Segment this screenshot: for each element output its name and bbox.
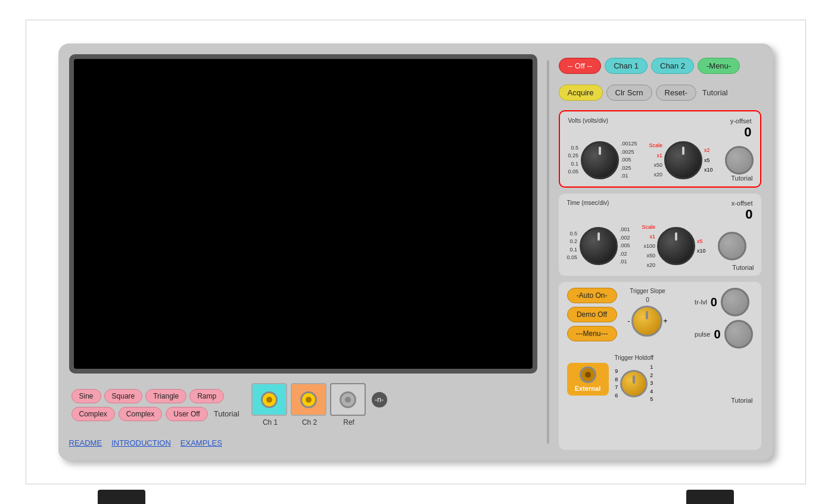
ch2-circle — [300, 391, 317, 408]
ch1-circle — [261, 391, 278, 408]
x-offset-knob[interactable] — [718, 232, 746, 260]
chan1-button[interactable]: Chan 1 — [605, 58, 648, 74]
ref-circle-inner — [345, 397, 351, 403]
volt-mid-labels: .00125 .0025 .005 .025 .01 — [621, 140, 637, 181]
trigger-slope-value: 0 — [646, 297, 649, 303]
time-knob-row: 0.5 0.2 0.1 0.05 .001 .002 .005 .02 — [567, 222, 753, 270]
triangle-button[interactable]: Triangle — [145, 389, 186, 403]
scale-knob-volts[interactable] — [664, 141, 702, 179]
volts-knob[interactable] — [581, 141, 619, 179]
nav-links: README INTRODUCTION EXAMPLES — [69, 436, 537, 450]
time-labels: 0.5 0.2 0.1 0.05 — [567, 230, 578, 262]
external-circle-inner — [585, 372, 591, 378]
auto-on-button[interactable]: -Auto On- — [567, 288, 617, 303]
complex1-button[interactable]: Complex — [71, 407, 115, 421]
ch2-connector[interactable] — [291, 383, 326, 416]
trlvl-label: tr-lvl — [695, 298, 707, 306]
second-buttons-row: Acquire Clr Scrn Reset- Tutorial — [559, 83, 761, 104]
ch2-circle-inner — [306, 397, 312, 403]
time-mid-labels: .001 .002 .005 .02 .01 — [620, 226, 630, 266]
readme-link[interactable]: README — [69, 438, 102, 447]
external-label: External — [575, 385, 600, 392]
external-circle — [580, 366, 596, 383]
ch1-connector[interactable] — [251, 383, 287, 416]
time-scale-right-labels: x5 x10 — [697, 237, 706, 256]
volts-title: Volts (volts/div) — [568, 117, 608, 124]
time-title: Time (msec/div) — [567, 200, 609, 206]
y-offset-label: y-offset — [730, 117, 752, 125]
foot-right — [686, 490, 734, 504]
scale-knob-time-marker — [675, 232, 677, 241]
chan2-button[interactable]: Chan 2 — [651, 58, 694, 74]
oscilloscope-body: Sine Square Triangle Ramp Complex Comple… — [58, 43, 773, 461]
ch1-circle-inner — [266, 397, 272, 403]
time-knob[interactable] — [580, 227, 618, 265]
holdoff-knob-marker — [633, 375, 635, 384]
trlvl-knob[interactable] — [721, 288, 749, 316]
pulse-knob[interactable] — [724, 320, 753, 349]
right-panel: -- Off -- Chan 1 Chan 2 -Menu- Acquire C… — [559, 54, 761, 450]
screen-container — [69, 54, 537, 374]
pulse-value: 0 — [714, 328, 720, 341]
outer-border: Sine Square Triangle Ramp Complex Comple… — [26, 20, 806, 484]
trigger-section: -Auto On- Demo Off ---Menu--- Trigger Sl… — [559, 282, 761, 450]
holdoff-title: Trigger Holdoff — [615, 354, 654, 361]
holdoff-right-labels: 1 2 3 4 5 — [650, 363, 653, 404]
scale-knob-time[interactable] — [657, 227, 695, 265]
ref-connector[interactable] — [330, 383, 366, 416]
oscilloscope-feet — [26, 490, 805, 504]
trigger-tutorial: Tutorial — [731, 397, 752, 404]
volt-labels: 0.5 0.25 0.1 0.05 — [568, 144, 579, 176]
oscilloscope-screen — [74, 59, 533, 369]
scale-right-labels: x2 x5 x10 — [704, 145, 713, 175]
holdoff-left-labels: 9 8 7 6 — [615, 368, 618, 400]
reset-button[interactable]: Reset- — [656, 85, 696, 101]
sine-button[interactable]: Sine — [71, 389, 101, 403]
time-tutorial: Tutorial — [732, 264, 754, 271]
bottom-controls: Sine Square Triangle Ramp Complex Comple… — [69, 379, 537, 430]
off-button[interactable]: -- Off -- — [559, 58, 602, 74]
trigger-slope-knob[interactable] — [631, 306, 662, 337]
time-section: Time (msec/div) x-offset 0 0.5 0.2 0.1 0… — [559, 194, 761, 276]
trigger-row: -Auto On- Demo Off ---Menu--- Trigger Sl… — [567, 288, 753, 349]
x-offset-knob-wrapper — [718, 232, 746, 260]
ramp-button[interactable]: Ramp — [189, 389, 224, 403]
acquire-button[interactable]: Acquire — [559, 85, 603, 101]
ch2-label: Ch 2 — [292, 418, 328, 427]
slope-plus: + — [664, 317, 668, 325]
signal-buttons-top: Sine Square Triangle Ramp — [71, 389, 238, 403]
ch1-label: Ch 1 — [253, 418, 288, 427]
demo-off-button[interactable]: Demo Off — [567, 307, 617, 322]
complex2-button[interactable]: Complex — [119, 407, 162, 421]
x-offset-label: x-offset — [732, 200, 753, 207]
examples-link[interactable]: EXAMPLES — [180, 438, 222, 447]
slope-knob-marker — [646, 311, 648, 319]
left-panel: Sine Square Triangle Ramp Complex Comple… — [69, 54, 537, 450]
y-offset-knob-wrapper — [725, 146, 754, 175]
time-knob-marker — [597, 232, 600, 241]
main-tutorial-label: Tutorial — [702, 88, 728, 97]
divider — [547, 60, 549, 444]
menu-button[interactable]: -Menu- — [698, 58, 740, 74]
signal-tutorial-label: Tutorial — [214, 409, 239, 418]
trigger-buttons: -Auto On- Demo Off ---Menu--- — [567, 288, 617, 341]
volts-section: Volts (volts/div) y-offset 0 0.5 0.25 0.… — [559, 110, 761, 188]
trigger-menu-button[interactable]: ---Menu--- — [567, 326, 617, 341]
x-offset-value: 0 — [745, 207, 752, 222]
user-off-button[interactable]: User Off — [166, 407, 207, 421]
ref-circle — [340, 391, 356, 408]
channel-labels-row: Ch 1 Ch 2 Ref — [253, 418, 387, 427]
scale-left-labels: Scale x1 x50 x20 — [649, 141, 663, 179]
clr-scrn-button[interactable]: Clr Scrn — [606, 85, 652, 101]
introduction-link[interactable]: INTRODUCTION — [111, 438, 171, 447]
scale-knob-volts-marker — [682, 147, 684, 155]
square-button[interactable]: Square — [104, 389, 143, 403]
time-scale-left-labels: Scale x1 x100 x50 x20 — [642, 222, 656, 270]
volts-knob-marker — [599, 147, 601, 155]
pulse-label: pulse — [695, 331, 710, 338]
holdoff-knob[interactable] — [620, 370, 648, 397]
n-button[interactable]: -n- — [372, 392, 387, 407]
y-offset-knob[interactable] — [725, 146, 754, 175]
external-button[interactable]: External — [567, 363, 609, 396]
trigger-slope-title: Trigger Slope — [630, 288, 665, 294]
